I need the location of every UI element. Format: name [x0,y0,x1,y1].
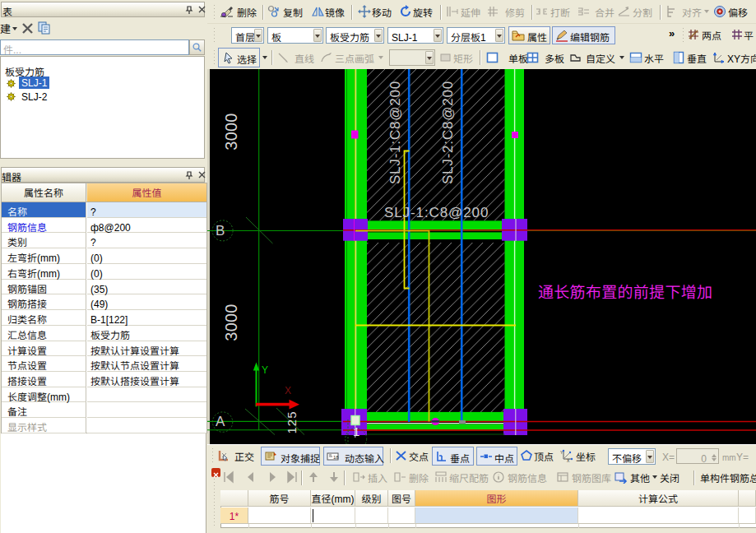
svg-text:18: 18 [333,453,339,461]
svg-text:X: X [567,457,570,462]
